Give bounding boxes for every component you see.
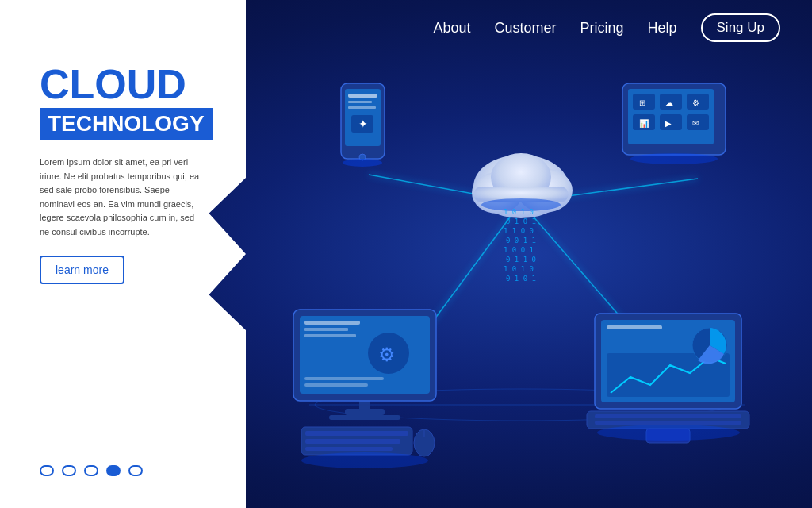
pagination-dot-5[interactable] <box>128 465 143 476</box>
title-technology: TECHNOLOGY <box>40 108 213 140</box>
svg-text:0 0 1 1: 0 0 1 1 <box>506 237 536 244</box>
svg-rect-49 <box>304 321 360 325</box>
svg-rect-48 <box>300 316 430 394</box>
svg-point-43 <box>630 153 718 164</box>
signup-button[interactable]: Sing Up <box>701 13 780 42</box>
nav-customer[interactable]: Customer <box>494 20 556 37</box>
svg-rect-70 <box>595 421 741 425</box>
svg-text:📊: 📊 <box>639 118 649 129</box>
title-cloud: CLOUD <box>40 64 206 105</box>
svg-text:1 1 0 0: 1 1 0 0 <box>504 227 534 235</box>
svg-text:0 1 1 0: 0 1 1 0 <box>506 256 536 264</box>
illustration-svg: 1 0 1 0 0 1 0 1 1 1 0 0 0 0 1 1 1 0 0 1 … <box>230 56 812 508</box>
svg-text:0 1 0 1: 0 1 0 1 <box>506 217 536 225</box>
svg-point-72 <box>597 425 740 441</box>
svg-point-28 <box>343 159 382 167</box>
svg-rect-59 <box>305 447 393 451</box>
svg-rect-55 <box>304 383 368 387</box>
svg-rect-50 <box>304 328 348 331</box>
hero-description: Lorem ipsum dolor sit amet, ea pri veri … <box>40 156 206 240</box>
svg-text:0 1 0 1: 0 1 0 1 <box>506 275 536 283</box>
illustration-area: 1 0 1 0 0 1 0 1 1 1 0 0 0 0 1 1 1 0 0 1 … <box>230 56 812 508</box>
svg-rect-23 <box>348 101 372 103</box>
nav-about[interactable]: About <box>433 20 470 37</box>
left-content: CLOUD TECHNOLOGY Lorem ipsum dolor sit a… <box>0 0 230 508</box>
svg-rect-58 <box>305 439 400 444</box>
svg-rect-24 <box>348 106 376 109</box>
page-wrapper: About Customer Pricing Help Sing Up CLOU… <box>0 0 812 508</box>
svg-text:☁: ☁ <box>665 98 673 107</box>
svg-rect-69 <box>595 414 741 418</box>
pagination-dot-1[interactable] <box>40 465 54 476</box>
nav-help[interactable]: Help <box>647 20 676 37</box>
nav-pricing[interactable]: Pricing <box>580 20 623 37</box>
svg-rect-54 <box>304 377 384 380</box>
svg-rect-51 <box>304 334 356 337</box>
svg-text:✦: ✦ <box>358 117 368 130</box>
pagination <box>40 465 143 476</box>
svg-rect-65 <box>607 325 662 329</box>
svg-text:1 0 1 0: 1 0 1 0 <box>504 265 534 273</box>
hero-title: CLOUD TECHNOLOGY <box>40 64 206 140</box>
svg-rect-57 <box>305 431 408 436</box>
svg-text:⚙: ⚙ <box>378 344 396 365</box>
svg-text:▶: ▶ <box>665 119 672 128</box>
navbar: About Customer Pricing Help Sing Up <box>0 0 812 56</box>
svg-text:1 0 0 1: 1 0 0 1 <box>504 246 534 254</box>
svg-text:1 0 1 0: 1 0 1 0 <box>504 208 534 216</box>
svg-text:⊞: ⊞ <box>639 98 645 107</box>
svg-text:⚙: ⚙ <box>692 98 699 107</box>
svg-text:✉: ✉ <box>692 119 699 128</box>
svg-rect-45 <box>329 415 400 420</box>
svg-point-62 <box>301 452 428 468</box>
pagination-dot-3[interactable] <box>84 465 98 476</box>
pagination-dot-4[interactable] <box>106 465 121 476</box>
svg-rect-22 <box>348 94 377 98</box>
learn-more-button[interactable]: learn more <box>40 256 124 284</box>
pagination-dot-2[interactable] <box>62 465 76 476</box>
